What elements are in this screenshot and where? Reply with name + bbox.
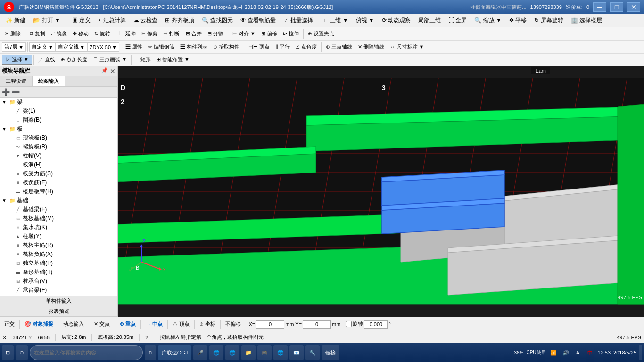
tb-angle[interactable]: ∠ 点角度 — [293, 42, 320, 51]
rotate-input[interactable] — [364, 320, 388, 329]
menu-俯视[interactable]: 俯视 ▼ — [352, 15, 378, 26]
app-ie[interactable]: 🌐 — [209, 345, 223, 360]
tray-volume-icon[interactable]: 🔊 — [561, 348, 570, 357]
tree-梁[interactable]: ▼ 📁 梁 — [0, 98, 117, 107]
tree-桩承台[interactable]: ⊞ 桩承台(V) — [0, 277, 117, 286]
minimize-button[interactable]: ─ — [593, 2, 606, 12]
tb-axis[interactable]: ⊕ 三点轴线 — [323, 42, 355, 51]
maximize-button[interactable]: □ — [610, 2, 623, 12]
single-comp-btn[interactable]: 单构件输入 — [0, 296, 117, 306]
tb-parallel[interactable]: ∥ 平行 — [272, 42, 293, 51]
start-button[interactable]: ⊞ — [2, 345, 14, 360]
rotate-checkbox[interactable] — [346, 321, 352, 327]
canvas-area[interactable]: X Y Z B D 2 3 497.5 FPS Eam — [118, 66, 644, 317]
tree-柱帽[interactable]: ▼ 柱帽(V) — [0, 151, 117, 160]
app-ggj[interactable]: 广联达GGJ — [158, 345, 192, 360]
tab-工程设置[interactable]: 工程设置 — [0, 76, 33, 86]
tree-集水坑[interactable]: ▿ 集水坑(K) — [0, 223, 117, 232]
mat-type-selector[interactable]: ZDYX-50 ▼ — [87, 42, 119, 52]
snap-顶点[interactable]: △ 顶点 — [170, 320, 192, 329]
floor-selector[interactable]: 第7层 ▼ — [2, 42, 26, 52]
sidebar-pin-icon[interactable]: 📌 — [101, 67, 108, 75]
snap-重点[interactable]: ⊕ 重点 — [117, 320, 138, 329]
tab-绘图输入[interactable]: 绘图输入 — [33, 76, 65, 86]
app-tools[interactable]: 🔧 — [305, 345, 320, 360]
menu-汇总计算[interactable]: Σ 汇总计算 — [94, 15, 130, 26]
tb-rect[interactable]: □ 矩形 — [133, 55, 154, 64]
tb-pickup[interactable]: ⊕ 抬取构件 — [210, 42, 242, 51]
3d-viewport[interactable]: X Y Z B D 2 3 — [118, 66, 644, 317]
menu-查找图元[interactable]: 🔍 查找图元 — [198, 15, 237, 26]
tree-梁L[interactable]: ╱ 梁(L) — [0, 107, 117, 115]
tb-line[interactable]: ╱ 直线 — [35, 55, 58, 64]
snap-坐标[interactable]: ⊕ 坐标 — [197, 320, 218, 329]
x-input[interactable] — [256, 320, 284, 329]
line-type-selector[interactable]: 自定义线 ▼ — [56, 42, 87, 52]
snap-交点[interactable]: ✕ 交点 — [91, 320, 112, 329]
tb-arc[interactable]: ⌒ 三点画弧 ▼ — [90, 55, 130, 64]
app-mic[interactable]: 🎤 — [193, 345, 207, 360]
tb-merge[interactable]: ⊞ 合并 — [183, 29, 205, 38]
app-folder[interactable]: 📁 — [241, 345, 256, 360]
snap-不偏移[interactable]: 不偏移 — [223, 320, 243, 329]
app-game[interactable]: 🎮 — [257, 345, 272, 360]
menu-选择楼层[interactable]: 🏢 选择楼层 — [567, 15, 606, 26]
tray-input-icon[interactable]: 中 — [586, 348, 595, 357]
cortana-btn[interactable]: ○ — [16, 345, 28, 360]
menu-查看钢筋量[interactable]: 👁 查看钢筋量 — [237, 15, 280, 26]
tb-setpoint[interactable]: ⊕ 设置夹点 — [305, 29, 337, 38]
tree-基础[interactable]: ▼ 📁 基础 — [0, 196, 117, 205]
y-input[interactable] — [303, 320, 331, 329]
sidebar-close-btn[interactable]: ✕ — [110, 67, 116, 75]
tb-move[interactable]: ✥ 移动 — [70, 29, 91, 38]
tb-mirror[interactable]: ⇌ 镜像 — [48, 29, 70, 38]
tb-two-points[interactable]: ⊣⊢ 两点 — [246, 42, 272, 51]
report-preview-btn[interactable]: 报表预览 — [0, 306, 117, 317]
snap-对象捕捉[interactable]: 🎯 对象捕捉 — [22, 320, 56, 329]
tb-copy[interactable]: ⧉ 复制 — [27, 29, 48, 38]
task-view-btn[interactable]: ⧉ — [145, 345, 156, 360]
menu-缩放[interactable]: 🔍 缩放 ▼ — [471, 15, 505, 26]
tb-align[interactable]: ⊨ 对齐 ▼ — [230, 29, 258, 38]
tb-select[interactable]: ▷ 选择 ▼ — [2, 55, 32, 65]
menu-新建[interactable]: ✨ 新建 — [2, 15, 29, 26]
tb-dim[interactable]: ↔ 尺寸标注 ▼ — [388, 42, 427, 51]
tb-edit-rebar[interactable]: ✏ 编辑钢筋 — [145, 42, 177, 51]
floor-type-selector[interactable]: 自定义 ▼ — [29, 42, 56, 52]
tree-承台梁[interactable]: ╱ 承台梁(F) — [0, 286, 117, 295]
tb-trim[interactable]: ✂ 修剪 — [139, 29, 160, 38]
tb-comp-list[interactable]: ☰ 构件列表 — [177, 42, 210, 51]
tree-独立基础[interactable]: ⊡ 独立基础(P) — [0, 259, 117, 268]
tree-板[interactable]: ▼ 📁 板 — [0, 124, 117, 133]
tree-现浇板[interactable]: ▭ 现浇板(B) — [0, 133, 117, 142]
tray-ime-icon[interactable]: A — [573, 348, 583, 357]
tree-柱墩[interactable]: ▲ 柱墩(Y) — [0, 232, 117, 241]
tb-point-len[interactable]: ⊕ 点加长度 — [58, 55, 90, 64]
sidebar-minus-icon[interactable]: ➖ — [12, 88, 20, 96]
tb-smart[interactable]: ⊞ 智能布置 ▼ — [154, 55, 192, 64]
menu-局部三维[interactable]: 局部三维 — [414, 15, 445, 26]
menu-打开[interactable]: 📂 打开 ▼ — [29, 15, 64, 26]
show-desktop-btn[interactable] — [639, 345, 642, 360]
tree-筏板基础[interactable]: ▭ 筏板基础(M) — [0, 214, 117, 223]
tree-筏板负筋[interactable]: ≡ 筏板负筋(X) — [0, 250, 117, 259]
tb-rotate[interactable]: ↻ 旋转 — [91, 29, 113, 38]
menu-三维[interactable]: □ 三维 ▼ — [321, 15, 352, 26]
snap-正交[interactable]: 正交 — [2, 320, 17, 329]
snap-动态输入[interactable]: 动态输入 — [61, 320, 86, 329]
menu-屏幕旋转[interactable]: ↻ 屏幕旋转 — [530, 15, 567, 26]
tree-板负筋[interactable]: ≡ 板负筋(F) — [0, 178, 117, 187]
tree-圈梁[interactable]: □ 圈梁(B) — [0, 115, 117, 124]
tb-split[interactable]: ⊟ 分割 — [205, 29, 226, 38]
menu-齐齐板顶[interactable]: ⊞ 齐齐板顶 — [161, 15, 198, 26]
app-link[interactable]: 链接 — [322, 345, 339, 360]
close-button[interactable]: ✕ — [627, 2, 640, 12]
tree-基础梁[interactable]: ╱ 基础梁(F) — [0, 205, 117, 214]
sidebar-add-icon[interactable]: ➕ — [2, 88, 10, 96]
snap-中点[interactable]: → 中点 — [143, 320, 165, 329]
tree-筏板主筋[interactable]: ≡ 筏板主筋(R) — [0, 241, 117, 250]
tb-property[interactable]: ☰ 属性 — [123, 42, 145, 51]
tb-break[interactable]: ⊣ 打断 — [160, 29, 182, 38]
app-browser[interactable]: 🌐 — [273, 345, 288, 360]
tb-delete[interactable]: ✕ 删除 — [2, 29, 24, 38]
